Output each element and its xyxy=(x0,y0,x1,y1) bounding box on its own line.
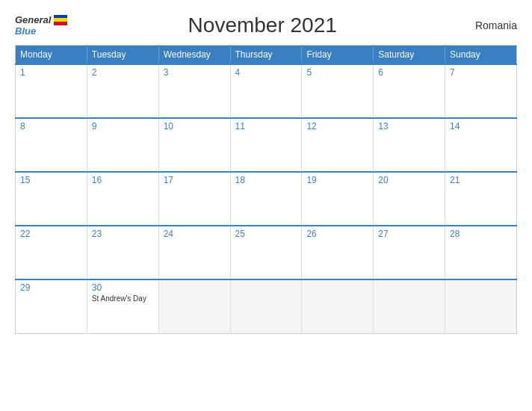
calendar-cell: 24 xyxy=(158,226,230,279)
header: General Blue November 2021 Romania xyxy=(15,13,517,37)
calendar-cell: 7 xyxy=(445,64,517,118)
logo-blue-text: Blue xyxy=(15,25,36,37)
calendar-cell xyxy=(230,279,302,333)
calendar-cell: 16 xyxy=(87,172,158,226)
day-number: 30 xyxy=(92,282,154,293)
calendar-cell: 14 xyxy=(445,118,517,172)
calendar-cell: 13 xyxy=(374,118,445,172)
calendar-cell: 15 xyxy=(16,172,87,226)
calendar-cell: 22 xyxy=(16,226,87,279)
calendar-cell: 6 xyxy=(374,64,445,118)
day-number: 26 xyxy=(306,229,368,239)
weekday-header-row: Monday Tuesday Wednesday Thursday Friday… xyxy=(16,46,517,65)
holiday-name: St Andrew's Day xyxy=(92,294,154,303)
day-number: 15 xyxy=(20,175,82,185)
header-monday: Monday xyxy=(16,46,87,65)
day-number: 19 xyxy=(306,175,368,185)
calendar-week-row: 2930St Andrew's Day xyxy=(16,279,517,333)
header-sunday: Sunday xyxy=(445,46,517,65)
calendar-cell: 12 xyxy=(302,118,374,172)
day-number: 17 xyxy=(164,175,226,185)
header-friday: Friday xyxy=(302,46,374,65)
header-wednesday: Wednesday xyxy=(158,46,230,65)
calendar-cell: 3 xyxy=(158,64,230,118)
day-number: 9 xyxy=(92,121,154,132)
day-number: 8 xyxy=(20,121,82,132)
calendar-cell: 25 xyxy=(230,226,302,279)
calendar-body: 1234567891011121314151617181920212223242… xyxy=(16,64,517,333)
calendar-cell: 23 xyxy=(87,226,158,279)
logo: General Blue xyxy=(15,14,67,37)
day-number: 6 xyxy=(378,67,440,78)
calendar-week-row: 1234567 xyxy=(16,64,517,118)
calendar-cell: 11 xyxy=(230,118,302,172)
calendar-cell xyxy=(374,279,445,333)
calendar-week-row: 15161718192021 xyxy=(16,172,517,226)
day-number: 3 xyxy=(164,67,226,78)
calendar-cell: 9 xyxy=(87,118,158,172)
logo-flag-icon xyxy=(54,15,67,25)
calendar-cell: 17 xyxy=(158,172,230,226)
calendar-cell: 29 xyxy=(16,279,87,333)
day-number: 21 xyxy=(450,175,512,185)
header-thursday: Thursday xyxy=(230,46,302,65)
calendar-cell: 20 xyxy=(374,172,445,226)
calendar-cell xyxy=(445,279,517,333)
day-number: 23 xyxy=(92,229,154,239)
calendar-cell: 19 xyxy=(302,172,374,226)
country-label: Romania xyxy=(457,19,517,31)
header-saturday: Saturday xyxy=(374,46,445,65)
calendar-cell xyxy=(158,279,230,333)
calendar-cell: 27 xyxy=(374,226,445,279)
day-number: 20 xyxy=(378,175,440,185)
header-tuesday: Tuesday xyxy=(87,46,158,65)
day-number: 7 xyxy=(450,67,512,78)
calendar-grid: Monday Tuesday Wednesday Thursday Friday… xyxy=(15,45,517,334)
day-number: 14 xyxy=(450,121,512,132)
day-number: 10 xyxy=(164,121,226,132)
day-number: 4 xyxy=(235,67,297,78)
calendar-cell: 1 xyxy=(16,64,87,118)
calendar-cell: 8 xyxy=(16,118,87,172)
page-title: November 2021 xyxy=(67,13,457,37)
day-number: 16 xyxy=(92,175,154,185)
day-number: 18 xyxy=(235,175,297,185)
calendar-header: Monday Tuesday Wednesday Thursday Friday… xyxy=(16,46,517,65)
day-number: 11 xyxy=(235,121,297,132)
calendar-week-row: 891011121314 xyxy=(16,118,517,172)
day-number: 22 xyxy=(20,229,82,239)
logo-general-text: General xyxy=(15,14,51,25)
day-number: 5 xyxy=(306,67,368,78)
calendar-page: General Blue November 2021 Romania Monda… xyxy=(0,0,532,411)
calendar-cell: 18 xyxy=(230,172,302,226)
calendar-cell: 10 xyxy=(158,118,230,172)
day-number: 2 xyxy=(92,67,154,78)
calendar-cell: 21 xyxy=(445,172,517,226)
day-number: 28 xyxy=(450,229,512,239)
day-number: 13 xyxy=(378,121,440,132)
calendar-cell: 26 xyxy=(302,226,374,279)
day-number: 12 xyxy=(306,121,368,132)
day-number: 27 xyxy=(378,229,440,239)
day-number: 29 xyxy=(20,282,82,293)
calendar-cell: 30St Andrew's Day xyxy=(87,279,158,333)
day-number: 1 xyxy=(20,67,82,78)
calendar-week-row: 22232425262728 xyxy=(16,226,517,279)
day-number: 25 xyxy=(235,229,297,239)
calendar-cell: 5 xyxy=(302,64,374,118)
calendar-cell: 4 xyxy=(230,64,302,118)
calendar-cell: 28 xyxy=(445,226,517,279)
calendar-cell xyxy=(302,279,374,333)
calendar-cell: 2 xyxy=(87,64,158,118)
day-number: 24 xyxy=(164,229,226,239)
